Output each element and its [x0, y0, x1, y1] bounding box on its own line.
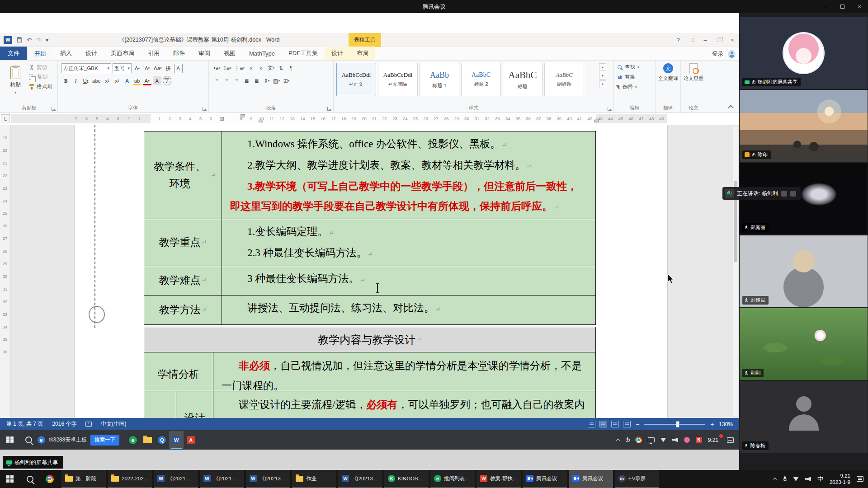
- ribbon-tab-引用[interactable]: 引用: [141, 47, 166, 60]
- ribbon-tab-视图[interactable]: 视图: [217, 47, 242, 60]
- sogou-tray-icon[interactable]: S: [696, 437, 702, 443]
- taskbar-item[interactable]: KKINGOS...: [384, 470, 429, 488]
- word-count[interactable]: 2016 个字: [52, 420, 76, 428]
- font-name-combo[interactable]: 方正仿宋_GBK▾: [61, 63, 111, 73]
- maximize-button[interactable]: [834, 0, 851, 13]
- participant-tile[interactable]: 陈春梅: [740, 381, 868, 453]
- doc-paragraph[interactable]: 讲授法、互动提问法、练习法、对比法。: [230, 298, 587, 319]
- row-content[interactable]: 讲授法、互动提问法、练习法、对比法。: [222, 296, 595, 324]
- underline-button[interactable]: U▾: [81, 76, 90, 85]
- full-translate-button[interactable]: 文 全文翻译: [657, 63, 679, 81]
- remote-app-app-blue[interactable]: Q: [155, 431, 169, 449]
- subscript-button[interactable]: x2: [103, 76, 112, 85]
- reaction-icon-2[interactable]: [790, 191, 796, 197]
- font-size-combo[interactable]: 五号▾: [113, 63, 132, 73]
- ribbon-tab-邮件[interactable]: 邮件: [166, 47, 192, 60]
- align-right-button[interactable]: ≡: [232, 76, 241, 85]
- paste-dropdown-icon[interactable]: ▾: [14, 90, 16, 94]
- multilevel-list-button[interactable]: ⋮≡▾: [233, 63, 245, 73]
- participant-tile[interactable]: 刘娅岚: [740, 235, 868, 307]
- vertical-ruler[interactable]: 192021222324252627282930313233343536: [0, 125, 11, 418]
- character-shading-button[interactable]: A: [153, 76, 161, 85]
- login-button[interactable]: 登录: [712, 50, 723, 58]
- network-tray-icon[interactable]: [660, 438, 666, 442]
- doc-paragraph[interactable]: 1.变长编码定理。: [230, 222, 587, 243]
- increase-indent-button[interactable]: »: [257, 63, 265, 73]
- tray-volume-icon[interactable]: [805, 477, 811, 481]
- action-center-icon[interactable]: [857, 476, 863, 482]
- mic-tray-icon[interactable]: [626, 437, 629, 443]
- shrink-font-button[interactable]: A▾: [143, 64, 151, 73]
- zoom-in-button[interactable]: +: [709, 421, 715, 428]
- bold-button[interactable]: B: [61, 76, 70, 85]
- text-effects-button[interactable]: A: [123, 76, 132, 85]
- browser-tray-icon[interactable]: [635, 436, 642, 443]
- collapse-ribbon-icon[interactable]: [728, 104, 733, 109]
- gallery-up-icon[interactable]: ▴: [599, 63, 606, 71]
- row-content[interactable]: 3 种最佳变长编码方法。: [222, 266, 595, 295]
- focus-mode-icon[interactable]: [623, 421, 631, 427]
- taskbar-item[interactable]: W《[2021...: [154, 470, 198, 488]
- highlight-button[interactable]: ab: [133, 76, 142, 85]
- remote-search-text[interactable]: rk3288安卓主板: [49, 436, 87, 444]
- zoom-out-button[interactable]: −: [635, 421, 640, 428]
- word-app-icon[interactable]: W: [4, 36, 12, 44]
- lesson-plan-table[interactable]: 教学条件、环境1.Windows 操作系统、office 办公软件、投影仪、黑板…: [144, 131, 596, 418]
- style-item[interactable]: AaBbC标题 2: [461, 63, 501, 96]
- style-item[interactable]: AaBbC副标题: [544, 63, 584, 96]
- participant-tile[interactable]: 刚刚: [740, 308, 868, 380]
- tab-selector[interactable]: L: [1, 114, 10, 123]
- paste-button[interactable]: 粘贴 ▾: [4, 63, 27, 98]
- borders-button[interactable]: ⊞▾: [282, 76, 291, 85]
- ribbon-tab-PDF工具集[interactable]: PDF工具集: [282, 47, 325, 60]
- participant-tile[interactable]: 陈印: [740, 90, 868, 162]
- volume-tray-icon[interactable]: [672, 438, 678, 442]
- horizontal-ruler[interactable]: L 76543211234568910111213141516171819202…: [0, 113, 739, 125]
- word-close-button[interactable]: ×: [726, 33, 739, 47]
- enclose-characters-button[interactable]: 字: [163, 76, 171, 85]
- vertical-scrollbar[interactable]: [733, 127, 738, 416]
- taskbar-item[interactable]: 第二阶段: [61, 470, 106, 488]
- distribute-button[interactable]: ≣: [252, 76, 261, 85]
- tray-mic-icon[interactable]: [783, 476, 787, 482]
- zoom-slider-thumb[interactable]: [676, 421, 679, 427]
- notification-panel-icon[interactable]: [727, 437, 734, 443]
- line-spacing-button[interactable]: ⇕▾: [262, 76, 271, 85]
- read-mode-icon[interactable]: [588, 421, 595, 427]
- copy-button[interactable]: 复制: [29, 74, 52, 80]
- superscript-button[interactable]: x2: [113, 76, 122, 85]
- character-border-button[interactable]: A: [174, 64, 183, 73]
- select-button[interactable]: 选择▾: [618, 84, 639, 90]
- remote-app-browser-green[interactable]: e: [126, 431, 140, 449]
- show-marks-button[interactable]: ¶: [287, 63, 295, 73]
- taskbar-item[interactable]: e批阅列表...: [430, 470, 475, 488]
- doc-paragraph[interactable]: 1.Windows 操作系统、office 办公软件、投影仪、黑板。: [230, 134, 587, 155]
- styles-dialog-launcher[interactable]: [608, 107, 612, 111]
- remote-search-icon[interactable]: [25, 436, 32, 443]
- zoom-level[interactable]: 130%: [719, 421, 733, 427]
- align-center-button[interactable]: ≡: [222, 76, 231, 85]
- ribbon-tab-设计[interactable]: 设计: [325, 47, 350, 60]
- ribbon-tab-设计[interactable]: 设计: [79, 47, 104, 60]
- ribbon-tab-页面布局[interactable]: 页面布局: [104, 47, 141, 60]
- numbering-button[interactable]: 1≡▾: [222, 63, 232, 73]
- taskbar-item[interactable]: EVEV录屏: [615, 470, 659, 488]
- doc-paragraph[interactable]: 3.教学环境（可写上自己教学中的一些教学手段），但注意前后一致性，即这里写到的教…: [230, 177, 587, 218]
- display-tray-icon[interactable]: [648, 437, 655, 442]
- margin-marker-icon[interactable]: [220, 117, 224, 121]
- ie-icon[interactable]: e: [38, 436, 45, 444]
- proofing-icon[interactable]: [85, 422, 92, 427]
- remote-app-app-red[interactable]: A: [184, 431, 198, 449]
- ribbon-tab-审阅[interactable]: 审阅: [192, 47, 217, 60]
- minimize-button[interactable]: –: [816, 0, 834, 13]
- style-item[interactable]: AaBbCcDdl↵正文: [336, 63, 376, 96]
- align-left-button[interactable]: ≡: [212, 76, 221, 85]
- ribbon-tab-布局[interactable]: 布局: [350, 47, 375, 60]
- replace-button[interactable]: ab替换: [618, 74, 639, 80]
- word-restore-button[interactable]: [712, 33, 726, 47]
- hidden-icons-chevron[interactable]: [616, 438, 620, 442]
- asian-layout-button[interactable]: 文▾: [267, 63, 276, 73]
- start-button[interactable]: [0, 470, 20, 488]
- style-item[interactable]: AaBbC标题: [503, 63, 542, 96]
- account-avatar[interactable]: [728, 50, 736, 58]
